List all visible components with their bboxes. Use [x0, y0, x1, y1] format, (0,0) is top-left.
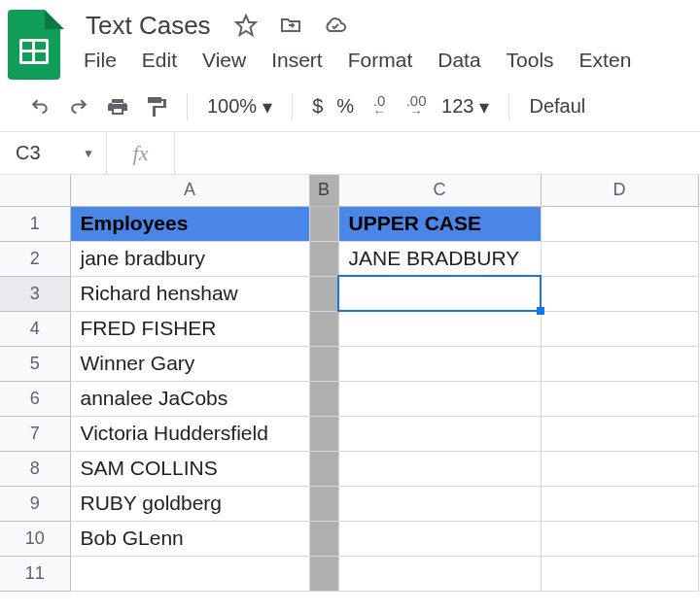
menu-view[interactable]: View [202, 49, 246, 72]
cell-C2[interactable]: JANE BRADBURY [338, 241, 541, 276]
toolbar-separator [187, 93, 188, 120]
cell-D4[interactable] [541, 311, 698, 346]
title-wrap: Text Cases File Edit View Insert Format … [82, 8, 700, 82]
cell-B5[interactable] [309, 346, 338, 381]
cell-D1[interactable] [541, 206, 698, 241]
spreadsheet-grid[interactable]: A B C D 1 Employees UPPER CASE 2 jane br… [0, 175, 700, 592]
cell-A9[interactable]: RUBY goldberg [70, 486, 309, 521]
star-icon[interactable] [232, 12, 260, 39]
toolbar-separator [508, 93, 509, 120]
cell-C7[interactable] [338, 416, 541, 451]
cell-B6[interactable] [309, 381, 338, 416]
menu-format[interactable]: Format [348, 49, 413, 72]
col-header-B[interactable]: B [309, 175, 338, 206]
redo-icon[interactable] [66, 93, 91, 120]
cell-B3[interactable] [309, 276, 338, 311]
cell-B11[interactable] [309, 556, 338, 591]
zoom-select[interactable]: 100% ▾ [207, 95, 272, 119]
number-format-select[interactable]: 123 ▾ [441, 95, 489, 119]
cell-C5[interactable] [338, 346, 541, 381]
row-header-10[interactable]: 10 [0, 521, 70, 556]
name-box-value: C3 [16, 142, 41, 164]
zoom-value: 100% [207, 95, 257, 118]
paint-format-icon[interactable] [144, 93, 167, 120]
sheets-logo-icon [8, 10, 64, 80]
cell-A6[interactable]: annalee JaCobs [70, 381, 309, 416]
move-folder-icon[interactable] [277, 12, 304, 39]
name-box[interactable]: C3 ▼ [0, 132, 107, 174]
col-header-A[interactable]: A [70, 175, 309, 206]
svg-marker-0 [236, 16, 256, 35]
cell-A8[interactable]: SAM COLLINS [70, 451, 309, 486]
cell-D10[interactable] [541, 521, 698, 556]
cell-A7[interactable]: Victoria Huddersfield [70, 416, 309, 451]
increase-decimal-button[interactable]: .00 → [404, 93, 428, 120]
cell-B7[interactable] [309, 416, 338, 451]
menu-tools[interactable]: Tools [507, 49, 554, 72]
cell-C4[interactable] [338, 311, 541, 346]
cell-C9[interactable] [338, 486, 541, 521]
row-header-8[interactable]: 8 [0, 451, 70, 486]
undo-icon[interactable] [27, 93, 52, 120]
cell-D5[interactable] [541, 346, 698, 381]
row-header-1[interactable]: 1 [0, 206, 70, 241]
cell-C3[interactable] [338, 276, 541, 311]
cell-B10[interactable] [309, 521, 338, 556]
row-header-3[interactable]: 3 [0, 276, 70, 311]
format-percent-button[interactable]: % [336, 95, 354, 118]
cell-C8[interactable] [338, 451, 541, 486]
formula-row: C3 ▼ fx [0, 132, 700, 175]
cell-B2[interactable] [309, 241, 338, 276]
row-header-2[interactable]: 2 [0, 241, 70, 276]
cloud-status-icon[interactable] [322, 12, 349, 39]
row-header-4[interactable]: 4 [0, 311, 70, 346]
cell-A10[interactable]: Bob GLenn [70, 521, 309, 556]
row-header-9[interactable]: 9 [0, 486, 70, 521]
cell-D7[interactable] [541, 416, 698, 451]
cell-A5[interactable]: Winner Gary [70, 346, 309, 381]
selection-fill-handle[interactable] [537, 307, 544, 315]
cell-B1[interactable] [309, 206, 338, 241]
row-header-5[interactable]: 5 [0, 346, 70, 381]
cell-A3[interactable]: Richard henshaw [70, 276, 309, 311]
cell-A1[interactable]: Employees [70, 206, 309, 241]
row-header-6[interactable]: 6 [0, 381, 70, 416]
chevron-down-icon: ▼ [83, 147, 94, 160]
cell-D6[interactable] [541, 381, 698, 416]
select-all-corner[interactable] [0, 175, 70, 206]
format-currency-button[interactable]: $ [312, 95, 323, 118]
cell-D11[interactable] [541, 556, 698, 591]
col-header-C[interactable]: C [338, 175, 541, 206]
cell-D2[interactable] [541, 241, 698, 276]
cell-D8[interactable] [541, 451, 698, 486]
number-format-label: 123 [441, 95, 473, 118]
col-header-D[interactable]: D [541, 175, 698, 206]
cell-C6[interactable] [338, 381, 541, 416]
print-icon[interactable] [105, 93, 130, 120]
cell-B8[interactable] [309, 451, 338, 486]
menu-data[interactable]: Data [438, 49, 480, 72]
menu-file[interactable]: File [84, 49, 117, 72]
cell-C11[interactable] [338, 556, 541, 591]
cell-D9[interactable] [541, 486, 698, 521]
menu-insert[interactable]: Insert [271, 49, 323, 72]
cell-B4[interactable] [309, 311, 338, 346]
toolbar: 100% ▾ $ % .0 ← .00 → 123 ▾ Defaul [0, 82, 700, 132]
title-bar: Text Cases [82, 8, 700, 43]
menu-edit[interactable]: Edit [142, 49, 177, 72]
decrease-decimal-button[interactable]: .0 ← [368, 93, 391, 120]
cell-C10[interactable] [338, 521, 541, 556]
cell-D3[interactable] [541, 276, 698, 311]
chevron-down-icon: ▾ [262, 95, 272, 119]
cell-A2[interactable]: jane bradbury [70, 241, 309, 276]
fx-icon: fx [107, 132, 175, 174]
font-select[interactable]: Defaul [529, 95, 585, 118]
cell-B9[interactable] [309, 486, 338, 521]
doc-title[interactable]: Text Cases [82, 9, 215, 43]
cell-A4[interactable]: FRED FISHER [70, 311, 309, 346]
cell-A11[interactable] [70, 556, 309, 591]
menu-extensions[interactable]: Exten [579, 49, 632, 72]
row-header-11[interactable]: 11 [0, 556, 70, 591]
row-header-7[interactable]: 7 [0, 416, 70, 451]
cell-C1[interactable]: UPPER CASE [338, 206, 541, 241]
